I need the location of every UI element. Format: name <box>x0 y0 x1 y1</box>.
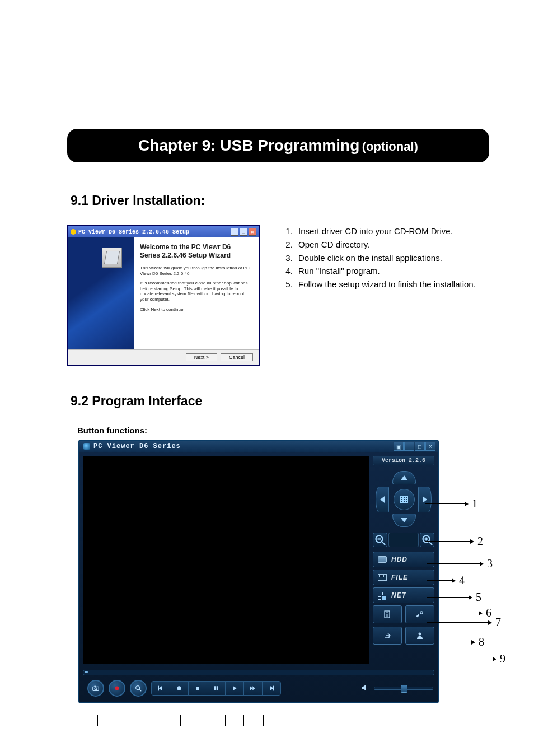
section-9-2-heading: 9.2 Program Interface <box>71 394 489 409</box>
wizard-sidebar-icon <box>102 248 122 268</box>
version-label: Version 2.2.6 <box>373 456 434 465</box>
wizard-app-icon <box>71 229 76 235</box>
callout-2: 2 <box>425 535 483 548</box>
record-button[interactable] <box>109 680 125 697</box>
capture-button[interactable] <box>87 680 104 697</box>
ptz-down-button[interactable] <box>392 514 416 527</box>
ptz-center-button[interactable] <box>394 489 415 510</box>
file-button[interactable]: FILE <box>373 570 434 585</box>
record-control-button[interactable] <box>170 682 189 695</box>
callout-7: 7 <box>427 616 501 629</box>
callout-1: 1 <box>425 497 477 510</box>
chapter-banner: Chapter 9: USB Programming (optional) <box>67 129 489 162</box>
svg-rect-16 <box>94 686 96 687</box>
window-maximize-button[interactable]: □ <box>415 442 425 451</box>
prev-button[interactable] <box>152 682 170 695</box>
svg-line-1 <box>382 542 385 545</box>
network-icon <box>378 592 387 599</box>
svg-rect-23 <box>196 687 199 690</box>
play-button[interactable] <box>226 682 244 695</box>
install-step-1: Insert driver CD into your CD-ROM Drive. <box>295 225 489 237</box>
pc-viewer-window: PC Viewer D6 Series ▣ — □ × Version 2.2.… <box>78 440 439 703</box>
svg-rect-25 <box>217 686 218 690</box>
log-button[interactable] <box>373 605 402 623</box>
svg-marker-29 <box>270 686 273 691</box>
install-step-5: Follow the setup wizard to finish the in… <box>295 278 489 291</box>
svg-point-17 <box>115 687 119 690</box>
callout-5: 5 <box>427 591 481 604</box>
svg-rect-30 <box>273 686 274 691</box>
hdd-icon <box>378 556 387 563</box>
next-button[interactable]: Next > <box>186 353 217 361</box>
zoom-out-button[interactable] <box>373 533 387 547</box>
svg-point-13 <box>419 633 421 636</box>
svg-rect-24 <box>214 686 216 690</box>
svg-line-19 <box>139 689 142 692</box>
video-display-area <box>83 456 369 664</box>
svg-marker-28 <box>252 686 255 690</box>
wizard-paragraph-1: This wizard will guide you through the i… <box>140 265 252 276</box>
maximize-button[interactable]: □ <box>240 228 247 236</box>
volume-control[interactable] <box>360 683 433 693</box>
svg-point-22 <box>177 686 181 690</box>
svg-point-18 <box>136 686 140 690</box>
install-step-3: Double click on the install applications… <box>295 252 489 264</box>
callout-4: 4 <box>427 574 465 587</box>
callout-9: 9 <box>437 652 505 665</box>
wizard-paragraph-2: It is recommended that you close all oth… <box>140 281 252 302</box>
callout-3: 3 <box>427 557 493 570</box>
net-label: NET <box>391 591 406 599</box>
wizard-sidebar-graphic <box>68 237 134 349</box>
ptz-up-button[interactable] <box>392 471 416 484</box>
speaker-icon <box>360 683 371 693</box>
install-steps-list: Insert driver CD into your CD-ROM Drive.… <box>274 225 489 292</box>
svg-marker-26 <box>233 686 237 690</box>
install-step-2: Open CD directory. <box>295 239 489 251</box>
wizard-title-text: PC Viewr D6 Series 2.2.6.46 Setup <box>78 229 189 235</box>
file-label: FILE <box>391 573 408 581</box>
export-button[interactable] <box>373 627 402 645</box>
wizard-heading: Welcome to the PC Viewr D6 Series 2.2.6.… <box>140 243 252 260</box>
ptz-dpad <box>376 471 432 527</box>
pc-viewer-app-name: PC Viewer D6 Series <box>93 442 181 450</box>
svg-point-15 <box>95 688 97 690</box>
playback-controls <box>79 676 438 702</box>
cancel-button[interactable]: Cancel <box>221 353 253 361</box>
pause-button[interactable] <box>207 682 226 695</box>
button-functions-label: Button functions: <box>77 426 489 435</box>
svg-marker-27 <box>250 686 253 690</box>
wizard-paragraph-3: Click Next to continue. <box>140 307 252 312</box>
pc-viewer-titlebar: PC Viewer D6 Series ▣ — □ × <box>79 441 438 452</box>
playback-progress-bar[interactable] <box>83 670 434 675</box>
svg-rect-21 <box>158 686 159 691</box>
next-button[interactable] <box>263 682 280 695</box>
install-step-4: Run "Install" program. <box>295 265 489 277</box>
folder-icon <box>378 574 387 581</box>
chapter-title: Chapter 9: USB Programming <box>138 137 359 154</box>
window-close-button[interactable]: × <box>425 442 435 451</box>
window-dual-button[interactable]: ▣ <box>394 442 404 451</box>
wizard-titlebar: PC Viewr D6 Series 2.2.6.46 Setup _ □ × <box>68 226 259 237</box>
hdd-button[interactable]: HDD <box>373 552 434 567</box>
volume-slider[interactable] <box>374 687 433 690</box>
svg-marker-31 <box>362 685 366 690</box>
minimize-button[interactable]: _ <box>231 228 238 236</box>
fast-forward-button[interactable] <box>244 682 263 695</box>
ptz-left-button[interactable] <box>376 487 389 512</box>
section-9-1-heading: 9.1 Driver Installation: <box>71 193 489 208</box>
stop-button[interactable] <box>189 682 207 695</box>
search-button[interactable] <box>130 680 147 697</box>
chapter-optional: (optional) <box>362 139 418 153</box>
zoom-bar[interactable] <box>388 533 419 547</box>
pc-viewer-app-icon <box>83 443 90 450</box>
transport-group <box>151 681 281 696</box>
svg-marker-20 <box>159 686 162 691</box>
callout-8: 8 <box>427 636 484 648</box>
net-button[interactable]: NET <box>373 587 434 603</box>
window-minimize-button[interactable]: — <box>404 442 414 451</box>
setup-wizard-window: PC Viewr D6 Series 2.2.6.46 Setup _ □ × … <box>67 225 260 366</box>
close-button[interactable]: × <box>249 228 256 236</box>
hdd-label: HDD <box>391 556 407 563</box>
